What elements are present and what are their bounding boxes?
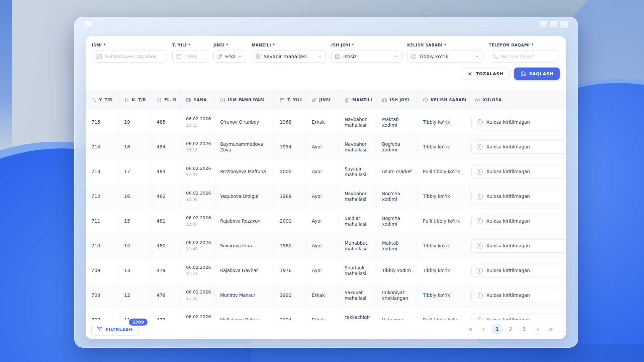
header-sana[interactable]: SANA bbox=[180, 90, 214, 110]
cell-fl-r: 477 bbox=[151, 308, 180, 320]
row-time: 13:33 bbox=[186, 123, 198, 128]
cell-y-tr: 709 bbox=[86, 258, 118, 283]
cell-sana: 06.02.2026 12:37 bbox=[180, 159, 214, 184]
cell-job: Maktab xodimi bbox=[376, 110, 417, 134]
table-row[interactable]: 711 15 481 06.02.2026 12:00 Rajabova Roz… bbox=[86, 209, 566, 234]
visit-reason-select[interactable]: Tibbiy ko'rik bbox=[407, 50, 483, 63]
cell-sana: 06.02.2026 11:41 bbox=[180, 258, 214, 283]
birth-year-input-box[interactable] bbox=[172, 50, 208, 63]
xulosa-button[interactable]: ! Xulosa kiritilmagan bbox=[471, 264, 566, 277]
xulosa-button[interactable]: ! Xulosa kiritilmagan bbox=[471, 289, 566, 302]
xulosa-label: Xulosa kiritilmagan bbox=[486, 268, 530, 273]
save-button[interactable]: SAQLASH bbox=[514, 68, 560, 80]
exclamation-circle-icon: ! bbox=[477, 268, 483, 274]
cell-job: Bog'cha xodimi bbox=[376, 209, 417, 233]
app-window: ISMI * T. YILI * bbox=[74, 17, 578, 348]
field-label: MANZILI * bbox=[252, 43, 326, 47]
exclamation-circle-icon: ! bbox=[477, 194, 483, 200]
header-ism-familiyasi[interactable]: ISM-FAMILIYASI bbox=[214, 90, 274, 110]
table-row[interactable]: 712 16 482 06.02.2026 12:06 Yaqubova Orz… bbox=[86, 184, 566, 209]
cell-xulosa: ! Xulosa kiritilmagan bbox=[469, 184, 566, 209]
xulosa-button[interactable]: ! Xulosa kiritilmagan bbox=[471, 190, 566, 203]
header-manzili[interactable]: MANZILI bbox=[339, 90, 376, 110]
pagination-page-2[interactable]: 2 bbox=[505, 324, 516, 335]
cell-job: Tibbiy xodim bbox=[376, 258, 417, 283]
window-menu-button[interactable] bbox=[85, 21, 92, 28]
window-maximize-button[interactable] bbox=[550, 21, 557, 28]
clear-button-label: TOZALASH bbox=[476, 71, 503, 76]
pagination-last-button[interactable] bbox=[545, 324, 556, 335]
svg-text:1: 1 bbox=[127, 98, 129, 100]
cell-birth-year: 1991 bbox=[274, 283, 306, 308]
cell-reason: Tibbiy ko'rik bbox=[417, 135, 469, 159]
field-manzili: MANZILI * Sayapir mahallasi bbox=[252, 43, 326, 63]
cell-gender: Ayol bbox=[306, 234, 339, 258]
table-body: 715 19 485 06.02.2026 13:33 O'runov O'ru… bbox=[86, 110, 566, 320]
cell-reason: Tibbiy ko'rik bbox=[417, 184, 469, 209]
cell-y-tr: 715 bbox=[86, 110, 118, 134]
table-row[interactable]: 708 12 478 06.02.2026 11:10 Munirov Mans… bbox=[86, 283, 566, 308]
header-kelish-sababi[interactable]: KELISH SABABI bbox=[417, 90, 469, 110]
window-minimize-button[interactable] bbox=[540, 21, 547, 28]
cell-name: Baymuxammedova Zoya bbox=[214, 135, 274, 159]
pagination-page-1[interactable]: 1 bbox=[491, 324, 503, 335]
name-input[interactable] bbox=[105, 54, 163, 59]
cell-birth-year: 2000 bbox=[274, 159, 306, 184]
row-time: 12:06 bbox=[186, 197, 198, 202]
exclamation-circle-icon: ! bbox=[477, 119, 483, 125]
field-ismi: ISMI * bbox=[92, 43, 167, 63]
table-row[interactable]: 707 11 477 06.02.2026 10:58 Mullajanov B… bbox=[86, 308, 566, 320]
header-xulosa[interactable]: XULOSA bbox=[469, 90, 566, 110]
birth-year-input[interactable] bbox=[184, 54, 204, 59]
cell-gender: Ayol bbox=[306, 184, 339, 209]
cell-reason: Pulli tibbiy ko'irk bbox=[417, 308, 469, 320]
cell-job: Bog'cha xodimi bbox=[376, 184, 417, 209]
cell-job: Imkoniyati cheklangan bbox=[376, 283, 417, 308]
header-jinsi[interactable]: JINSI bbox=[306, 90, 339, 110]
address-select[interactable]: Sayapir mahallasi bbox=[252, 50, 326, 63]
pagination-page-3[interactable]: 3 bbox=[518, 324, 530, 335]
table-row[interactable]: 715 19 485 06.02.2026 13:33 O'runov O'ru… bbox=[86, 110, 566, 135]
window-close-button[interactable] bbox=[560, 21, 568, 28]
header-t-yili[interactable]: T. YILI bbox=[274, 90, 306, 110]
xulosa-button[interactable]: ! Xulosa kiritilmagan bbox=[471, 165, 566, 178]
exclamation-circle-icon: ! bbox=[477, 317, 483, 320]
header-label: SANA bbox=[194, 98, 207, 102]
cell-gender: Ayol bbox=[306, 258, 339, 283]
cell-address: Yakkachiqir mahallasi bbox=[339, 308, 376, 320]
filter-button[interactable]: FILTRLASH 3309 bbox=[91, 323, 139, 336]
table-row[interactable]: 709 13 479 06.02.2026 11:41 Rajabova Gav… bbox=[86, 258, 566, 283]
header-ish-joyi[interactable]: ISH JOYI bbox=[376, 90, 417, 110]
table-row[interactable]: 713 17 483 06.02.2026 12:37 Ro'ziboyeva … bbox=[86, 159, 566, 184]
cell-k-tr: 11 bbox=[118, 308, 151, 320]
cell-job: Maktab xodimi bbox=[376, 234, 417, 258]
phone-input[interactable] bbox=[501, 54, 555, 59]
cell-k-tr: 18 bbox=[118, 135, 151, 159]
table-row[interactable]: 714 18 484 06.02.2026 13:16 Baymuxammedo… bbox=[86, 135, 566, 159]
table-row[interactable]: 710 14 480 06.02.2026 11:49 Suvarova Iri… bbox=[86, 234, 566, 258]
xulosa-button[interactable]: ! Xulosa kiritilmagan bbox=[471, 116, 566, 129]
cell-address: Saidlar mahallasi bbox=[339, 209, 376, 233]
cell-name: Rajabova Rozaxon bbox=[214, 209, 274, 233]
id-card-icon bbox=[220, 98, 225, 103]
xulosa-button[interactable]: ! Xulosa kiritilmagan bbox=[471, 215, 566, 228]
pagination-next-button[interactable] bbox=[532, 324, 543, 335]
cell-y-tr: 707 bbox=[86, 308, 118, 320]
xulosa-button[interactable]: ! Xulosa kiritilmagan bbox=[471, 239, 566, 253]
cell-y-tr: 710 bbox=[86, 234, 118, 258]
clear-button[interactable]: TOZALASH bbox=[461, 68, 510, 80]
pagination-first-button[interactable] bbox=[465, 324, 476, 335]
gender-select[interactable]: Erkak bbox=[213, 50, 246, 63]
pagination-prev-button[interactable] bbox=[478, 324, 489, 335]
field-label: TELEFON RAQAMI * bbox=[489, 43, 558, 47]
xulosa-button[interactable]: ! Xulosa kiritilmagan bbox=[471, 140, 566, 154]
header-k-tr[interactable]: 19 K. T/R bbox=[118, 90, 151, 110]
xulosa-button[interactable]: ! Xulosa kiritilmagan bbox=[471, 314, 566, 320]
workplace-select[interactable]: Ishsiz bbox=[331, 50, 402, 63]
male-icon bbox=[217, 54, 222, 59]
header-fl-r[interactable]: 19 FL. R bbox=[151, 90, 180, 110]
phone-input-box[interactable] bbox=[489, 50, 558, 63]
name-input-box[interactable] bbox=[92, 50, 167, 63]
row-date: 06.02.2026 bbox=[186, 314, 211, 320]
header-y-tr[interactable]: 19 Y. T/R bbox=[86, 90, 118, 110]
